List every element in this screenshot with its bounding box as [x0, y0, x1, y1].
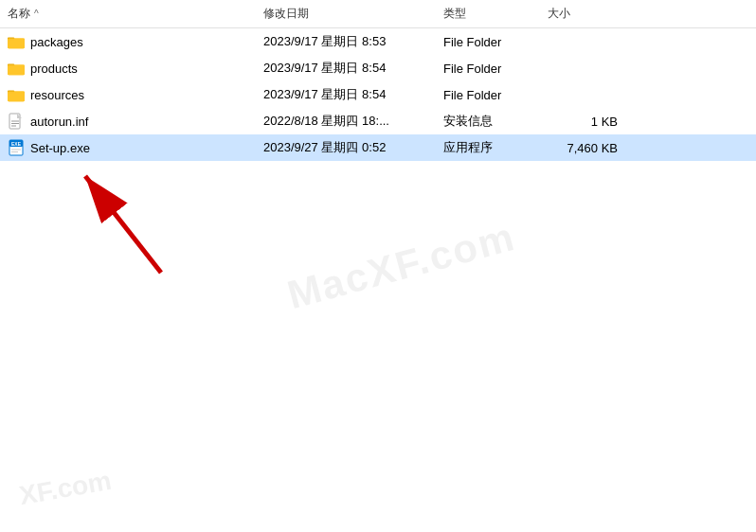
svg-rect-2	[8, 38, 25, 48]
file-name-label: products	[30, 62, 78, 76]
column-size-label: 大小	[548, 6, 570, 22]
file-list: packages 2023/9/17 星期日 8:53 File Folder …	[0, 28, 756, 161]
cell-type: 应用程序	[436, 139, 540, 156]
table-row[interactable]: packages 2023/9/17 星期日 8:53 File Folder	[0, 28, 756, 55]
folder-icon	[8, 86, 25, 103]
folder-icon	[8, 60, 25, 77]
cell-name: packages	[0, 33, 256, 50]
cell-name: resources	[0, 86, 256, 103]
column-type-label: 类型	[443, 6, 466, 22]
table-row[interactable]: resources 2023/9/17 星期日 8:54 File Folder	[0, 81, 756, 108]
cell-date: 2023/9/17 星期日 8:54	[256, 60, 436, 77]
column-name-label: 名称	[8, 6, 30, 22]
table-row[interactable]: products 2023/9/17 星期日 8:54 File Folder	[0, 55, 756, 81]
cell-type: File Folder	[436, 62, 540, 76]
cell-type: File Folder	[436, 88, 540, 102]
cell-date: 2023/9/17 星期日 8:53	[256, 33, 436, 50]
cell-name: products	[0, 60, 256, 77]
column-header-bar: 名称 ^ 修改日期 类型 大小	[0, 0, 756, 28]
column-name[interactable]: 名称 ^	[0, 4, 256, 24]
table-row[interactable]: EXE Set-up.exe 2023/9/27 星期四 0:52 应用程序 7…	[0, 134, 756, 161]
column-date-label: 修改日期	[263, 6, 309, 22]
watermark-main: MacXF.com	[282, 214, 520, 318]
cell-type: File Folder	[436, 35, 540, 49]
column-size[interactable]: 大小	[540, 4, 625, 24]
cell-type: 安装信息	[436, 113, 540, 130]
cell-size: 7,460 KB	[540, 141, 625, 155]
column-date[interactable]: 修改日期	[256, 4, 436, 24]
svg-text:EXE: EXE	[11, 141, 22, 147]
svg-line-20	[85, 176, 161, 273]
file-name-label: packages	[30, 35, 83, 49]
cell-date: 2023/9/17 星期日 8:54	[256, 86, 436, 103]
watermark-secondary: XF.com	[17, 466, 114, 512]
svg-rect-5	[8, 64, 25, 75]
exe-file-icon: EXE	[8, 139, 25, 156]
cell-name: autorun.inf	[0, 113, 256, 130]
cell-name: EXE Set-up.exe	[0, 139, 256, 156]
file-explorer: 名称 ^ 修改日期 类型 大小 packages 2023/9/17 星期日 8…	[0, 0, 756, 532]
folder-icon	[8, 33, 25, 50]
column-type[interactable]: 类型	[436, 4, 540, 24]
red-arrow-indicator	[66, 159, 180, 282]
file-name-label: resources	[30, 88, 84, 102]
inf-file-icon	[8, 113, 25, 130]
file-name-label: Set-up.exe	[30, 141, 90, 155]
cell-size: 1 KB	[540, 115, 625, 129]
table-row[interactable]: autorun.inf 2022/8/18 星期四 18:... 安装信息 1 …	[0, 108, 756, 134]
cell-date: 2022/8/18 星期四 18:...	[256, 113, 436, 130]
sort-arrow-icon: ^	[34, 9, 39, 19]
cell-date: 2023/9/27 星期四 0:52	[256, 139, 436, 156]
file-name-label: autorun.inf	[30, 115, 88, 129]
svg-rect-8	[8, 91, 25, 101]
